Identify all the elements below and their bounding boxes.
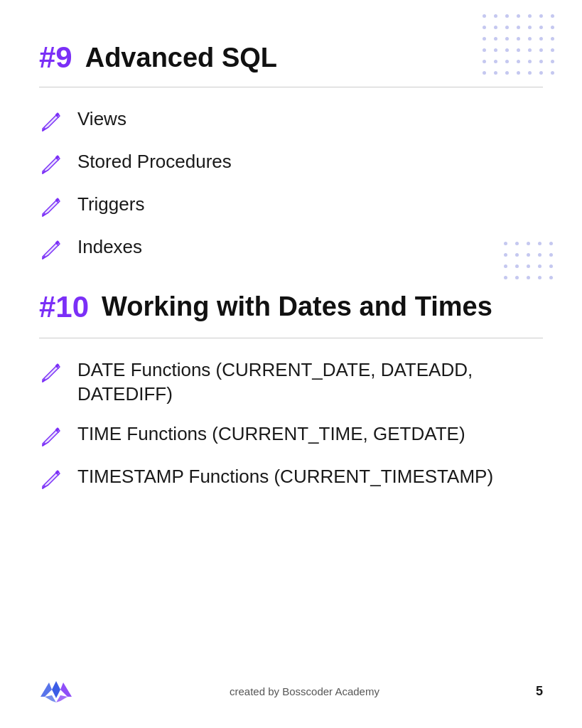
pencil-icon	[39, 424, 65, 449]
list-item: Triggers	[39, 193, 543, 220]
section10-topics: DATE Functions (CURRENT_DATE, DATEADD, D…	[39, 358, 543, 492]
footer-page-number: 5	[536, 684, 543, 699]
section10-topic-1: DATE Functions (CURRENT_DATE, DATEADD, D…	[77, 358, 543, 407]
list-item: Indexes	[39, 235, 543, 262]
pencil-icon	[39, 466, 65, 492]
footer: created by Bosscoder Academy 5	[39, 675, 543, 707]
section9-number: #9	[39, 43, 72, 73]
list-item: DATE Functions (CURRENT_DATE, DATEADD, D…	[39, 358, 543, 407]
section10-topic-2: TIME Functions (CURRENT_TIME, GETDATE)	[77, 422, 465, 446]
section10-divider	[39, 338, 543, 338]
pencil-icon	[39, 194, 65, 220]
footer-credit: created by Bosscoder Academy	[230, 685, 379, 697]
section10-topic-3: TIMESTAMP Functions (CURRENT_TIMESTAMP)	[77, 465, 493, 489]
section10-header: #10 Working with Dates and Times	[39, 291, 543, 323]
section9-topic-3: Triggers	[77, 193, 144, 217]
section9-title: Advanced SQL	[85, 44, 277, 71]
list-item: Stored Procedures	[39, 150, 543, 177]
section10-number: #10	[39, 291, 89, 323]
pencil-icon	[39, 237, 65, 262]
section10-title: Working with Dates and Times	[102, 291, 492, 323]
list-item: TIMESTAMP Functions (CURRENT_TIMESTAMP)	[39, 465, 543, 492]
list-item: Views	[39, 107, 543, 134]
list-item: TIME Functions (CURRENT_TIME, GETDATE)	[39, 422, 543, 449]
section9-header: #9 Advanced SQL	[39, 43, 543, 73]
section9-topics: Views Stored Procedures Triggers	[39, 107, 543, 262]
pencil-icon	[39, 151, 65, 177]
section9-topic-2: Stored Procedures	[77, 150, 232, 174]
section9-topic-4: Indexes	[77, 235, 142, 259]
pencil-icon	[39, 109, 65, 134]
bosscoder-logo	[39, 675, 73, 707]
section9-topic-1: Views	[77, 107, 126, 132]
section9-divider	[39, 87, 543, 87]
pencil-icon	[39, 360, 65, 385]
page: (function() { const container = document…	[0, 0, 582, 728]
